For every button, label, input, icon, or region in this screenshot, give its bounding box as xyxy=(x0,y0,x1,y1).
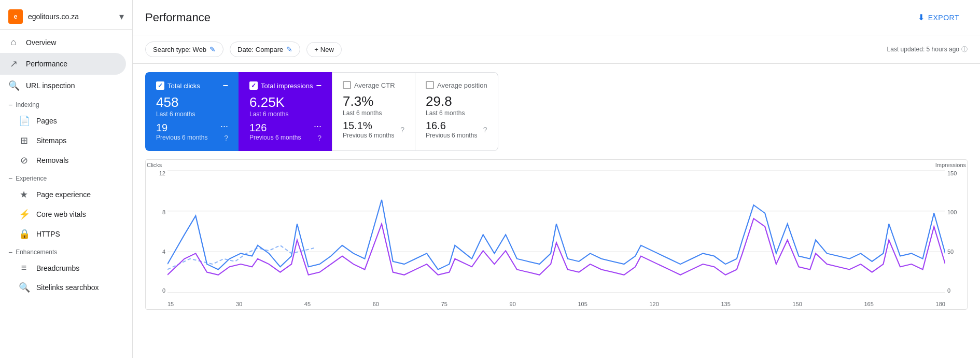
sidebar-item-label: Performance xyxy=(26,60,67,68)
plus-icon: + xyxy=(314,46,318,53)
filters-bar: Search type: Web ✎ Date: Compare ✎ + New… xyxy=(133,35,980,64)
metric-period-label: Last 6 months xyxy=(156,111,228,118)
metric-prev-label: Previous 6 months xyxy=(156,134,207,141)
metric-value: 458 xyxy=(156,94,228,111)
metric-value: 7.3% xyxy=(343,93,404,109)
metric-prev-value: 16.6 xyxy=(426,120,477,132)
impressions-line xyxy=(167,218,945,275)
chart-container: Clicks Impressions 12 8 4 0 150 100 50 0 xyxy=(145,159,968,310)
new-filter-button[interactable]: + New xyxy=(306,42,342,57)
sidebar-item-performance[interactable]: ↗ Performance xyxy=(0,53,126,75)
sidebar-item-https[interactable]: 🔒 HTTPS xyxy=(0,224,126,244)
metric-name: Average CTR xyxy=(354,81,395,89)
sidebar-item-page-experience[interactable]: ★ Page experience xyxy=(0,185,126,204)
domain-selector[interactable]: e egolitours.co.za ▾ xyxy=(0,4,132,30)
performance-icon: ↗ xyxy=(8,58,19,70)
metric-prev-value: 126 xyxy=(249,122,301,134)
metric-card-average-position[interactable]: Average position 29.8 Last 6 months 16.6… xyxy=(415,72,498,151)
sidebar-item-removals[interactable]: ⊘ Removals xyxy=(0,150,126,170)
sidebar: e egolitours.co.za ▾ ⌂ Overview ↗ Perfor… xyxy=(0,0,133,358)
metric-period-label: Last 6 months xyxy=(249,111,321,118)
removals-icon: ⊘ xyxy=(19,155,29,166)
sidebar-item-label: URL inspection xyxy=(26,81,75,90)
sidebar-item-overview[interactable]: ⌂ Overview xyxy=(0,32,126,53)
metric-prev-label: Previous 6 months xyxy=(343,132,394,139)
metric-card-total-clicks[interactable]: ✓ Total clicks − 458 Last 6 months 19 Pr… xyxy=(145,72,239,151)
section-experience[interactable]: Experience xyxy=(0,170,132,185)
export-button[interactable]: ⬇ EXPORT xyxy=(909,8,968,26)
page-experience-icon: ★ xyxy=(19,189,29,200)
sidebar-item-label: Sitelinks searchbox xyxy=(36,283,99,292)
sidebar-item-label: Breadcrumbs xyxy=(36,264,79,272)
pages-icon: 📄 xyxy=(19,115,29,127)
metric-value: 29.8 xyxy=(426,93,487,109)
metric-card-average-ctr[interactable]: Average CTR 7.3% Last 6 months 15.1% Pre… xyxy=(332,72,415,151)
page-title: Performance xyxy=(145,11,211,24)
metric-checkbox-average-ctr[interactable] xyxy=(343,81,351,89)
sidebar-item-label: Pages xyxy=(36,117,57,125)
prev-clicks-line xyxy=(167,245,314,270)
sidebar-item-sitelinks-searchbox[interactable]: 🔍 Sitelinks searchbox xyxy=(0,278,126,297)
metric-help-icon[interactable]: ? xyxy=(400,126,404,134)
metric-value: 6.25K xyxy=(249,94,321,111)
chart-x-axis: 15 30 45 60 75 90 105 120 135 150 165 18… xyxy=(167,301,945,307)
sidebar-item-label: Sitemaps xyxy=(36,136,66,145)
sidebar-item-label: HTTPS xyxy=(36,230,60,238)
last-updated: Last updated: 5 hours ago ⓘ xyxy=(887,45,968,54)
core-web-vitals-icon: ⚡ xyxy=(19,209,29,220)
sidebar-item-breadcrumbs[interactable]: ≡ Breadcrumbs xyxy=(0,258,126,278)
metric-prev-value: 15.1% xyxy=(343,120,394,132)
sitelinks-icon: 🔍 xyxy=(19,282,29,293)
metric-checkbox-average-position[interactable] xyxy=(426,81,434,89)
metric-prev-value: 19 xyxy=(156,122,207,134)
domain-icon: e xyxy=(8,9,23,24)
metric-help-icon[interactable]: ? xyxy=(317,134,321,142)
search-icon: 🔍 xyxy=(8,80,19,91)
export-icon: ⬇ xyxy=(918,12,925,22)
chart-area: Clicks Impressions 12 8 4 0 150 100 50 0 xyxy=(133,151,980,318)
metric-name: Average position xyxy=(437,81,487,89)
chart-y-left-label: Clicks xyxy=(147,162,162,168)
metric-more-icon[interactable]: ··· xyxy=(220,121,228,132)
chart-svg xyxy=(167,170,945,294)
info-icon: ⓘ xyxy=(961,45,968,54)
metric-period-label: Last 6 months xyxy=(343,109,404,117)
chart-y-right-label: Impressions xyxy=(935,162,966,168)
date-filter[interactable]: Date: Compare ✎ xyxy=(230,42,300,57)
metric-card-total-impressions[interactable]: ✓ Total impressions − 6.25K Last 6 month… xyxy=(239,72,332,151)
section-indexing[interactable]: Indexing xyxy=(0,97,132,111)
home-icon: ⌂ xyxy=(8,37,19,48)
metric-collapse-icon[interactable]: − xyxy=(222,81,228,90)
section-enhancements[interactable]: Enhancements xyxy=(0,244,132,258)
metrics-row: ✓ Total clicks − 458 Last 6 months 19 Pr… xyxy=(133,64,980,151)
sitemaps-icon: ⊞ xyxy=(19,135,29,146)
chart-y-right-axis: 150 100 50 0 xyxy=(947,170,966,294)
sidebar-item-sitemaps[interactable]: ⊞ Sitemaps xyxy=(0,131,126,150)
metric-help-icon[interactable]: ? xyxy=(483,126,487,134)
chevron-down-icon: ▾ xyxy=(119,11,124,22)
metric-collapse-icon[interactable]: − xyxy=(316,81,321,90)
metric-prev-label: Previous 6 months xyxy=(249,134,301,141)
breadcrumbs-icon: ≡ xyxy=(19,263,29,273)
chart-y-left-axis: 12 8 4 0 xyxy=(147,170,165,294)
sidebar-item-label: Page experience xyxy=(36,190,91,199)
sidebar-item-url-inspection[interactable]: 🔍 URL inspection xyxy=(0,75,126,97)
metric-checkbox-total-clicks[interactable]: ✓ xyxy=(156,81,164,90)
search-type-filter[interactable]: Search type: Web ✎ xyxy=(145,42,223,57)
domain-name: egolitours.co.za xyxy=(28,12,114,21)
sidebar-item-label: Removals xyxy=(36,156,68,164)
metric-more-icon[interactable]: ··· xyxy=(314,121,321,132)
metric-period-label: Last 6 months xyxy=(426,109,487,117)
filters-left: Search type: Web ✎ Date: Compare ✎ + New xyxy=(145,42,342,57)
edit-icon: ✎ xyxy=(209,45,216,53)
sidebar-item-core-web-vitals[interactable]: ⚡ Core web vitals xyxy=(0,204,126,224)
filter-label: Search type: Web xyxy=(153,46,206,53)
clicks-line xyxy=(167,200,945,270)
sidebar-item-pages[interactable]: 📄 Pages xyxy=(0,111,126,131)
main-header: Performance ⬇ EXPORT xyxy=(133,0,980,35)
filter-label: Date: Compare xyxy=(237,46,283,53)
metric-name: Total impressions xyxy=(261,82,313,90)
metric-checkbox-total-impressions[interactable]: ✓ xyxy=(249,81,258,90)
sidebar-item-label: Overview xyxy=(26,38,56,47)
metric-help-icon[interactable]: ? xyxy=(224,134,228,142)
